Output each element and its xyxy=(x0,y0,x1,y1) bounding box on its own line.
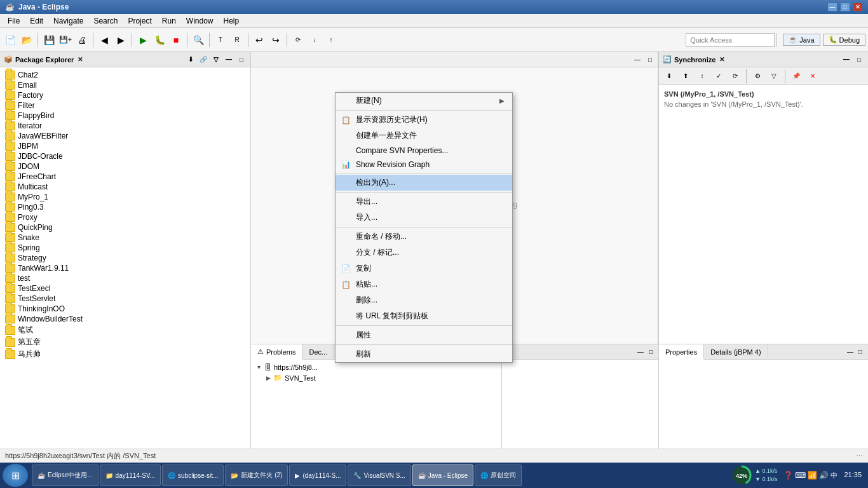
svn-test-node[interactable]: ▶ 📁 SVN_Test xyxy=(254,372,499,383)
sync-button[interactable]: ⟳ xyxy=(290,32,306,48)
taskbar-day1114-2[interactable]: ▶ (day1114-S... xyxy=(289,464,346,486)
open-type-button[interactable]: T xyxy=(213,32,228,48)
sync-settings-button[interactable]: ⚙ xyxy=(750,69,765,84)
maximize-panel-button[interactable]: □ xyxy=(236,55,247,65)
tree-item-mabing[interactable]: 马兵帅 xyxy=(0,348,250,360)
save-button[interactable]: 💾 xyxy=(41,32,57,48)
tree-item-ping03[interactable]: Ping0.3 xyxy=(0,202,250,212)
ctx-rename[interactable]: 重命名 / 移动... xyxy=(336,229,512,245)
tab-details-jbpm[interactable]: Details (jBPM 4) xyxy=(704,344,768,359)
menu-window[interactable]: Window xyxy=(181,15,219,27)
ctx-new[interactable]: 新建(N) ▶ xyxy=(336,93,512,109)
tree-item-strategy[interactable]: Strategy xyxy=(0,253,250,263)
props-maximize[interactable]: □ xyxy=(855,347,865,357)
tree-item-di5zhang[interactable]: 第五章 xyxy=(0,336,250,348)
quick-access-input[interactable] xyxy=(686,33,775,47)
close-button[interactable]: ✕ xyxy=(853,3,863,11)
ctx-checkout[interactable]: 检出为(A)... xyxy=(336,175,512,191)
menu-edit[interactable]: Edit xyxy=(25,15,48,27)
print-button[interactable]: 🖨 xyxy=(74,32,90,48)
tree-item-tankwar[interactable]: TankWar1.9.11 xyxy=(0,263,250,273)
tab-properties[interactable]: Properties xyxy=(659,344,704,360)
tree-item-testexecl[interactable]: TestExecl xyxy=(0,283,250,294)
tree-item-bishi[interactable]: 笔试 xyxy=(0,324,250,336)
ctx-properties[interactable]: 属性 xyxy=(336,327,512,343)
tree-item-snake[interactable]: Snake xyxy=(0,233,250,243)
ctx-create-diff[interactable]: 创建单一差异文件 xyxy=(336,128,512,144)
center-minimize-button[interactable]: — xyxy=(632,55,642,65)
close-sync-x[interactable]: ✕ xyxy=(719,56,724,63)
minimize-panel-button[interactable]: — xyxy=(224,55,234,65)
tree-item-javawebfilter[interactable]: JavaWEBFilter xyxy=(0,131,250,141)
update-button[interactable]: ↓ xyxy=(307,32,322,48)
ctx-paste[interactable]: 📋 粘贴... xyxy=(336,276,512,292)
next-edit-button[interactable]: ↪ xyxy=(268,32,283,48)
tab-dec[interactable]: Dec... xyxy=(302,344,334,359)
tree-item-jfreechart[interactable]: JFreeChart xyxy=(0,172,250,182)
tree-item-factory[interactable]: Factory xyxy=(0,90,250,100)
save-all-button[interactable]: 💾+ xyxy=(58,32,73,48)
tree-item-jdom[interactable]: JDOM xyxy=(0,161,250,172)
menu-help[interactable]: Help xyxy=(219,15,245,27)
taskbar-eclipse-csdn[interactable]: ☕ Eclipse中使用... xyxy=(32,464,98,486)
forward-button[interactable]: ▶ xyxy=(113,32,128,48)
minimize-button[interactable]: — xyxy=(827,3,837,11)
link-editor-button[interactable]: 🔗 xyxy=(198,55,208,65)
tree-item-proxy[interactable]: Proxy xyxy=(0,212,250,222)
ctx-import[interactable]: 导入... xyxy=(336,210,512,226)
question-icon[interactable]: ❓ xyxy=(783,471,793,480)
tree-item-iterator[interactable]: Iterator xyxy=(0,121,250,131)
bottom-center-minimize[interactable]: — xyxy=(635,347,646,357)
taskbar-visualsvn[interactable]: 🔧 VisualSVN S... xyxy=(348,464,410,486)
prev-edit-button[interactable]: ↩ xyxy=(252,32,267,48)
tab-problems[interactable]: ⚠ Problems xyxy=(251,344,302,360)
menu-project[interactable]: Project xyxy=(123,15,156,27)
props-minimize[interactable]: — xyxy=(845,347,855,357)
ctx-show-history[interactable]: 📋 显示资源历史记录(H) xyxy=(336,112,512,128)
run-button[interactable]: ▶ xyxy=(135,32,151,48)
stop-button[interactable]: ■ xyxy=(168,32,184,48)
collapse-all-button[interactable]: ⬇ xyxy=(186,55,196,65)
tree-item-quickping[interactable]: QuickPing xyxy=(0,222,250,233)
tree-item-jbpm[interactable]: JBPM xyxy=(0,141,250,151)
taskbar-subclipse[interactable]: 🌐 subclipse-sit... xyxy=(162,464,224,486)
sync-tb-btn2[interactable]: ⬆ xyxy=(678,69,693,84)
back-button[interactable]: ◀ xyxy=(97,32,112,48)
sync-close-session-button[interactable]: ✕ xyxy=(805,69,820,84)
menu-search[interactable]: Search xyxy=(88,15,123,27)
tree-item-windowbuilder[interactable]: WindowBuilderTest xyxy=(0,314,250,324)
commit-button[interactable]: ↑ xyxy=(323,32,339,48)
keyboard-icon[interactable]: ⌨ xyxy=(795,471,806,480)
bottom-center-maximize[interactable]: □ xyxy=(646,347,656,357)
sync-tb-btn4[interactable]: ✓ xyxy=(711,69,726,84)
tree-item-jdbc-oracle[interactable]: JDBC-Oracle xyxy=(0,151,250,161)
tree-item-email[interactable]: Email xyxy=(0,80,250,90)
open-button[interactable]: 📂 xyxy=(19,32,34,48)
tree-item-spring[interactable]: Spring xyxy=(0,243,250,253)
start-button[interactable]: ⊞ xyxy=(3,464,28,487)
menu-file[interactable]: File xyxy=(3,15,25,27)
maximize-button[interactable]: □ xyxy=(840,3,850,11)
ctx-copy[interactable]: 📄 复制 xyxy=(336,261,512,276)
sync-minimize-button[interactable]: — xyxy=(841,55,851,65)
volume-icon[interactable]: 🔊 xyxy=(819,471,829,480)
tree-item-chat2[interactable]: Chat2 xyxy=(0,70,250,80)
tree-item-mypro1[interactable]: MyPro_1 xyxy=(0,192,250,202)
new-button[interactable]: 📄 xyxy=(3,32,18,48)
debug-run-button[interactable]: 🐛 xyxy=(152,32,167,48)
sync-tb-btn1[interactable]: ⬇ xyxy=(661,69,677,84)
ctx-compare-svn[interactable]: Compare SVN Properties... xyxy=(336,144,512,158)
menu-run[interactable]: Run xyxy=(157,15,181,27)
center-maximize-button[interactable]: □ xyxy=(645,55,655,65)
taskbar-java-eclipse[interactable]: ☕ Java - Eclipse xyxy=(412,464,473,486)
ctx-branch[interactable]: 分支 / 标记... xyxy=(336,245,512,261)
ctx-delete[interactable]: 删除... xyxy=(336,292,512,308)
open-resource-button[interactable]: R xyxy=(229,32,245,48)
svn-repo-node[interactable]: ▼ 🗄 https://5h9j8... xyxy=(254,362,499,372)
close-panel-x[interactable]: ✕ xyxy=(78,56,83,63)
ctx-export[interactable]: 导出... xyxy=(336,194,512,210)
ctx-show-revision[interactable]: 📊 Show Revision Graph xyxy=(336,158,512,172)
debug-perspective-button[interactable]: 🐛 Debug xyxy=(823,34,865,46)
tree-item-testservlet[interactable]: TestServlet xyxy=(0,294,250,304)
tree-item-filter[interactable]: Filter xyxy=(0,100,250,111)
